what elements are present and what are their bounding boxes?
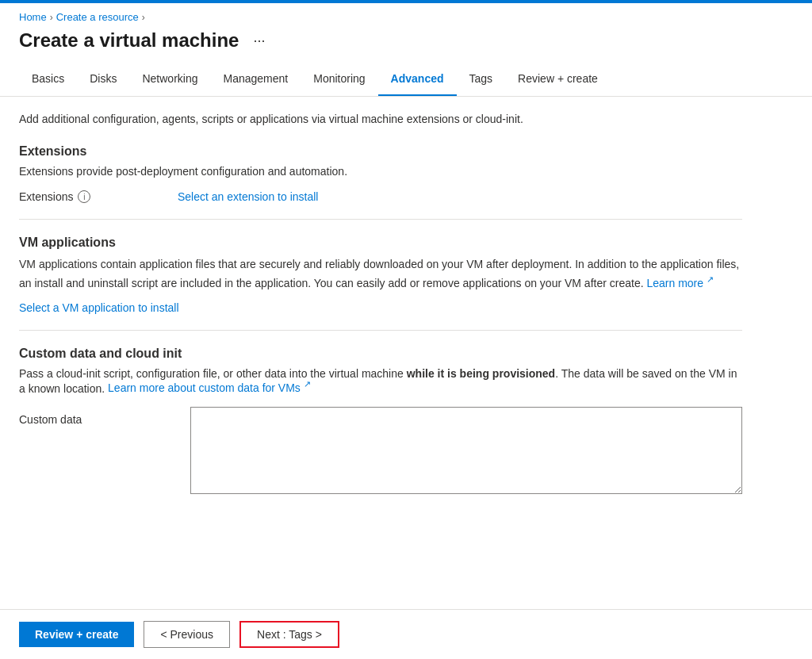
separator-2 bbox=[19, 330, 742, 331]
tabs-bar: Basics Disks Networking Management Monit… bbox=[0, 64, 812, 97]
external-link-icon-1: ↗ bbox=[707, 274, 714, 284]
separator-1 bbox=[19, 219, 742, 220]
tab-networking[interactable]: Networking bbox=[129, 64, 210, 96]
tab-management[interactable]: Management bbox=[211, 64, 301, 96]
more-options-button[interactable]: ··· bbox=[248, 31, 270, 51]
custom-data-section: Custom data bbox=[19, 407, 742, 494]
tab-tags[interactable]: Tags bbox=[457, 64, 506, 96]
tab-monitoring[interactable]: Monitoring bbox=[301, 64, 377, 96]
select-extension-link[interactable]: Select an extension to install bbox=[178, 190, 318, 203]
extensions-heading: Extensions bbox=[19, 144, 742, 159]
page-header: Create a virtual machine ··· bbox=[0, 26, 812, 64]
breadcrumb-sep1: › bbox=[50, 12, 53, 23]
breadcrumb-create-resource[interactable]: Create a resource bbox=[56, 11, 139, 23]
breadcrumb-home[interactable]: Home bbox=[19, 11, 47, 23]
custom-data-row: Custom data bbox=[19, 407, 742, 494]
vm-apps-learn-more[interactable]: Learn more ↗ bbox=[646, 277, 713, 289]
custom-data-learn-more[interactable]: Learn more about custom data for VMs ↗ bbox=[108, 381, 311, 394]
external-link-icon-2: ↗ bbox=[304, 380, 311, 389]
vm-apps-heading: VM applications bbox=[19, 236, 742, 250]
custom-data-textarea[interactable] bbox=[190, 407, 742, 494]
extensions-desc: Extensions provide post-deployment confi… bbox=[19, 165, 742, 178]
tab-disks[interactable]: Disks bbox=[77, 64, 129, 96]
custom-data-desc: Pass a cloud-init script, configuration … bbox=[19, 367, 742, 395]
breadcrumb-sep2: › bbox=[142, 12, 145, 23]
tab-review-create[interactable]: Review + create bbox=[505, 64, 611, 96]
tab-basics[interactable]: Basics bbox=[19, 64, 77, 96]
tab-advanced[interactable]: Advanced bbox=[378, 64, 457, 96]
custom-data-label: Custom data bbox=[19, 407, 178, 426]
custom-data-heading: Custom data and cloud init bbox=[19, 347, 742, 361]
section-intro: Add additional configuration, agents, sc… bbox=[19, 113, 742, 125]
extensions-field-row: Extensions i Select an extension to inst… bbox=[19, 190, 742, 203]
main-content: Add additional configuration, agents, sc… bbox=[0, 97, 761, 573]
extensions-info-icon[interactable]: i bbox=[78, 190, 90, 203]
select-vm-app-link[interactable]: Select a VM application to install bbox=[19, 301, 179, 314]
page-title: Create a virtual machine bbox=[19, 29, 239, 52]
breadcrumb: Home › Create a resource › bbox=[0, 3, 812, 26]
vm-apps-desc: VM applications contain application file… bbox=[19, 256, 742, 292]
extensions-label: Extensions i bbox=[19, 190, 178, 203]
